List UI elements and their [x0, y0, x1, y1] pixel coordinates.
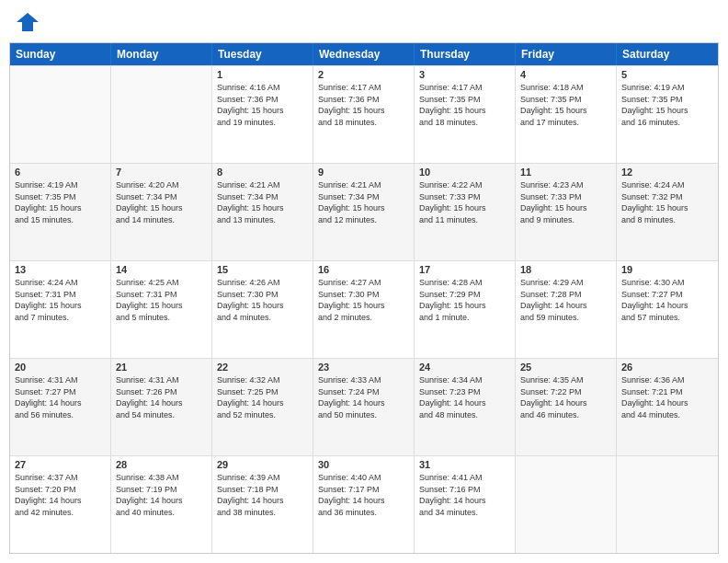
calendar-cell: 24Sunrise: 4:34 AM Sunset: 7:23 PM Dayli…: [415, 359, 516, 455]
cell-text: Sunrise: 4:36 AM Sunset: 7:21 PM Dayligh…: [621, 374, 713, 420]
cell-text: Sunrise: 4:32 AM Sunset: 7:25 PM Dayligh…: [217, 374, 308, 420]
cell-text: Sunrise: 4:31 AM Sunset: 7:26 PM Dayligh…: [116, 374, 207, 420]
cell-text: Sunrise: 4:41 AM Sunset: 7:16 PM Dayligh…: [419, 472, 510, 518]
calendar-cell: 7Sunrise: 4:20 AM Sunset: 7:34 PM Daylig…: [111, 164, 212, 260]
calendar-cell: 27Sunrise: 4:37 AM Sunset: 7:20 PM Dayli…: [10, 456, 111, 553]
empty-cell: [10, 66, 111, 163]
cell-text: Sunrise: 4:38 AM Sunset: 7:19 PM Dayligh…: [116, 472, 207, 518]
calendar-cell: 15Sunrise: 4:26 AM Sunset: 7:30 PM Dayli…: [212, 261, 313, 358]
svg-marker-0: [17, 13, 39, 31]
calendar-cell: 26Sunrise: 4:36 AM Sunset: 7:21 PM Dayli…: [617, 359, 718, 455]
calendar-cell: 3Sunrise: 4:17 AM Sunset: 7:35 PM Daylig…: [415, 66, 516, 163]
calendar-cell: 8Sunrise: 4:21 AM Sunset: 7:34 PM Daylig…: [212, 164, 313, 260]
calendar-cell: 23Sunrise: 4:33 AM Sunset: 7:24 PM Dayli…: [313, 359, 415, 455]
cell-text: Sunrise: 4:27 AM Sunset: 7:30 PM Dayligh…: [318, 277, 409, 323]
day-number: 12: [621, 167, 713, 178]
cell-text: Sunrise: 4:34 AM Sunset: 7:23 PM Dayligh…: [419, 374, 510, 420]
cell-text: Sunrise: 4:33 AM Sunset: 7:24 PM Dayligh…: [318, 374, 409, 420]
day-number: 21: [116, 362, 207, 373]
calendar-row: 13Sunrise: 4:24 AM Sunset: 7:31 PM Dayli…: [10, 260, 718, 358]
calendar-cell: 17Sunrise: 4:28 AM Sunset: 7:29 PM Dayli…: [415, 261, 516, 358]
cell-text: Sunrise: 4:23 AM Sunset: 7:33 PM Dayligh…: [520, 179, 611, 225]
empty-cell: [516, 456, 617, 553]
calendar-cell: 10Sunrise: 4:22 AM Sunset: 7:33 PM Dayli…: [415, 164, 516, 260]
cell-text: Sunrise: 4:25 AM Sunset: 7:31 PM Dayligh…: [116, 277, 207, 323]
header: [9, 9, 719, 35]
cell-text: Sunrise: 4:31 AM Sunset: 7:27 PM Dayligh…: [15, 374, 106, 420]
empty-cell: [111, 66, 212, 163]
header-day: Wednesday: [313, 43, 415, 65]
calendar-row: 6Sunrise: 4:19 AM Sunset: 7:35 PM Daylig…: [10, 163, 718, 260]
day-number: 5: [621, 69, 713, 80]
day-number: 16: [318, 264, 409, 275]
day-number: 10: [419, 167, 510, 178]
cell-text: Sunrise: 4:17 AM Sunset: 7:35 PM Dayligh…: [419, 82, 510, 128]
header-day: Sunday: [10, 43, 111, 65]
header-day: Thursday: [415, 43, 516, 65]
calendar-cell: 2Sunrise: 4:17 AM Sunset: 7:36 PM Daylig…: [313, 66, 415, 163]
cell-text: Sunrise: 4:21 AM Sunset: 7:34 PM Dayligh…: [217, 179, 308, 225]
day-number: 22: [217, 362, 308, 373]
cell-text: Sunrise: 4:24 AM Sunset: 7:32 PM Dayligh…: [621, 179, 713, 225]
calendar-cell: 30Sunrise: 4:40 AM Sunset: 7:17 PM Dayli…: [313, 456, 415, 553]
day-number: 8: [217, 167, 308, 178]
calendar-cell: 21Sunrise: 4:31 AM Sunset: 7:26 PM Dayli…: [111, 359, 212, 455]
day-number: 3: [419, 69, 510, 80]
cell-text: Sunrise: 4:17 AM Sunset: 7:36 PM Dayligh…: [318, 82, 409, 128]
calendar-header: SundayMondayTuesdayWednesdayThursdayFrid…: [10, 43, 718, 65]
empty-cell: [617, 456, 718, 553]
day-number: 1: [217, 69, 308, 80]
calendar-cell: 5Sunrise: 4:19 AM Sunset: 7:35 PM Daylig…: [617, 66, 718, 163]
day-number: 31: [419, 459, 510, 470]
day-number: 24: [419, 362, 510, 373]
day-number: 13: [15, 264, 106, 275]
day-number: 27: [15, 459, 106, 470]
calendar-cell: 22Sunrise: 4:32 AM Sunset: 7:25 PM Dayli…: [212, 359, 313, 455]
cell-text: Sunrise: 4:24 AM Sunset: 7:31 PM Dayligh…: [15, 277, 106, 323]
calendar-row: 27Sunrise: 4:37 AM Sunset: 7:20 PM Dayli…: [10, 455, 718, 553]
calendar-cell: 25Sunrise: 4:35 AM Sunset: 7:22 PM Dayli…: [516, 359, 617, 455]
calendar-cell: 11Sunrise: 4:23 AM Sunset: 7:33 PM Dayli…: [516, 164, 617, 260]
day-number: 28: [116, 459, 207, 470]
calendar-cell: 31Sunrise: 4:41 AM Sunset: 7:16 PM Dayli…: [415, 456, 516, 553]
day-number: 14: [116, 264, 207, 275]
cell-text: Sunrise: 4:16 AM Sunset: 7:36 PM Dayligh…: [217, 82, 308, 128]
cell-text: Sunrise: 4:37 AM Sunset: 7:20 PM Dayligh…: [15, 472, 106, 518]
calendar: SundayMondayTuesdayWednesdayThursdayFrid…: [9, 42, 719, 554]
calendar-cell: 28Sunrise: 4:38 AM Sunset: 7:19 PM Dayli…: [111, 456, 212, 553]
cell-text: Sunrise: 4:21 AM Sunset: 7:34 PM Dayligh…: [318, 179, 409, 225]
cell-text: Sunrise: 4:40 AM Sunset: 7:17 PM Dayligh…: [318, 472, 409, 518]
cell-text: Sunrise: 4:19 AM Sunset: 7:35 PM Dayligh…: [15, 179, 106, 225]
day-number: 11: [520, 167, 611, 178]
cell-text: Sunrise: 4:35 AM Sunset: 7:22 PM Dayligh…: [520, 374, 611, 420]
calendar-row: 20Sunrise: 4:31 AM Sunset: 7:27 PM Dayli…: [10, 358, 718, 455]
day-number: 20: [15, 362, 106, 373]
cell-text: Sunrise: 4:28 AM Sunset: 7:29 PM Dayligh…: [419, 277, 510, 323]
day-number: 26: [621, 362, 713, 373]
day-number: 15: [217, 264, 308, 275]
cell-text: Sunrise: 4:26 AM Sunset: 7:30 PM Dayligh…: [217, 277, 308, 323]
day-number: 2: [318, 69, 409, 80]
calendar-cell: 1Sunrise: 4:16 AM Sunset: 7:36 PM Daylig…: [212, 66, 313, 163]
day-number: 30: [318, 459, 409, 470]
calendar-cell: 20Sunrise: 4:31 AM Sunset: 7:27 PM Dayli…: [10, 359, 111, 455]
day-number: 25: [520, 362, 611, 373]
day-number: 17: [419, 264, 510, 275]
calendar-cell: 29Sunrise: 4:39 AM Sunset: 7:18 PM Dayli…: [212, 456, 313, 553]
calendar-cell: 12Sunrise: 4:24 AM Sunset: 7:32 PM Dayli…: [617, 164, 718, 260]
calendar-row: 1Sunrise: 4:16 AM Sunset: 7:36 PM Daylig…: [10, 65, 718, 163]
calendar-cell: 16Sunrise: 4:27 AM Sunset: 7:30 PM Dayli…: [313, 261, 415, 358]
calendar-body: 1Sunrise: 4:16 AM Sunset: 7:36 PM Daylig…: [10, 65, 718, 553]
day-number: 4: [520, 69, 611, 80]
header-day: Saturday: [617, 43, 718, 65]
logo-icon: [15, 9, 40, 35]
calendar-cell: 19Sunrise: 4:30 AM Sunset: 7:27 PM Dayli…: [617, 261, 718, 358]
header-day: Friday: [516, 43, 617, 65]
calendar-cell: 4Sunrise: 4:18 AM Sunset: 7:35 PM Daylig…: [516, 66, 617, 163]
day-number: 19: [621, 264, 713, 275]
calendar-cell: 6Sunrise: 4:19 AM Sunset: 7:35 PM Daylig…: [10, 164, 111, 260]
calendar-cell: 9Sunrise: 4:21 AM Sunset: 7:34 PM Daylig…: [313, 164, 415, 260]
day-number: 6: [15, 167, 106, 178]
calendar-cell: 14Sunrise: 4:25 AM Sunset: 7:31 PM Dayli…: [111, 261, 212, 358]
cell-text: Sunrise: 4:20 AM Sunset: 7:34 PM Dayligh…: [116, 179, 207, 225]
